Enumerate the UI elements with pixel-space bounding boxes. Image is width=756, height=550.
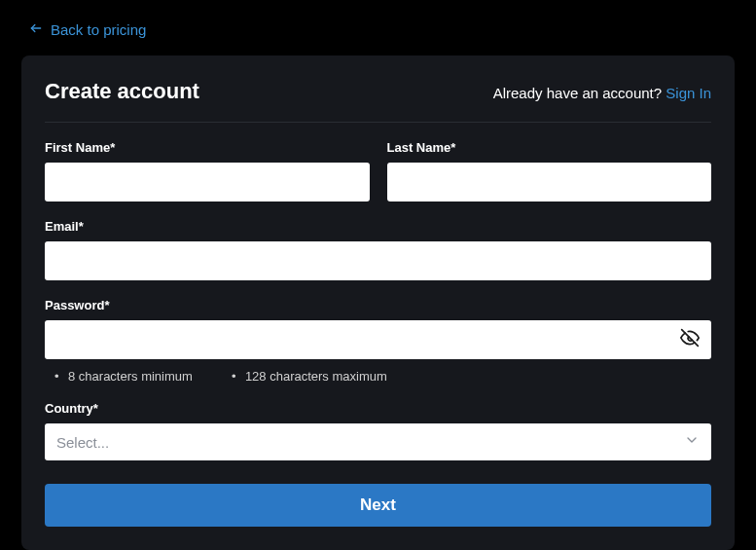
country-field-group: Country* Select...	[45, 401, 711, 460]
password-hint-max: 128 characters maximum	[232, 369, 387, 384]
last-name-label: Last Name*	[387, 140, 712, 155]
eye-off-icon	[680, 328, 700, 351]
country-select-placeholder: Select...	[56, 434, 109, 451]
next-button[interactable]: Next	[45, 484, 711, 527]
signin-prompt-container: Already have an account? Sign In	[493, 85, 711, 101]
first-name-input[interactable]	[45, 163, 370, 202]
first-name-label: First Name*	[45, 140, 370, 155]
first-name-field-group: First Name*	[45, 140, 370, 202]
card-header: Create account Already have an account? …	[45, 79, 711, 104]
signin-prompt: Already have an account?	[493, 85, 666, 101]
password-hints: 8 characters minimum 128 characters maxi…	[45, 369, 711, 384]
password-input[interactable]	[45, 320, 711, 359]
password-label: Password*	[45, 298, 711, 312]
next-button-label: Next	[360, 495, 396, 514]
country-label: Country*	[45, 401, 711, 416]
country-select[interactable]: Select...	[45, 423, 711, 460]
back-link-label: Back to pricing	[51, 21, 146, 38]
last-name-field-group: Last Name*	[387, 140, 712, 202]
email-input[interactable]	[45, 241, 711, 280]
page-title: Create account	[45, 79, 199, 104]
header-divider	[45, 122, 711, 123]
email-field-group: Email*	[45, 219, 711, 280]
last-name-input[interactable]	[387, 163, 712, 202]
password-field-group: Password* 8 characters minimum	[45, 298, 711, 384]
signin-link[interactable]: Sign In	[666, 85, 711, 101]
arrow-left-icon	[29, 21, 43, 38]
toggle-password-visibility-button[interactable]	[680, 328, 700, 351]
create-account-card: Create account Already have an account? …	[21, 55, 735, 550]
email-label: Email*	[45, 219, 711, 234]
password-hint-min: 8 characters minimum	[54, 369, 193, 384]
back-to-pricing-link[interactable]: Back to pricing	[21, 0, 146, 55]
